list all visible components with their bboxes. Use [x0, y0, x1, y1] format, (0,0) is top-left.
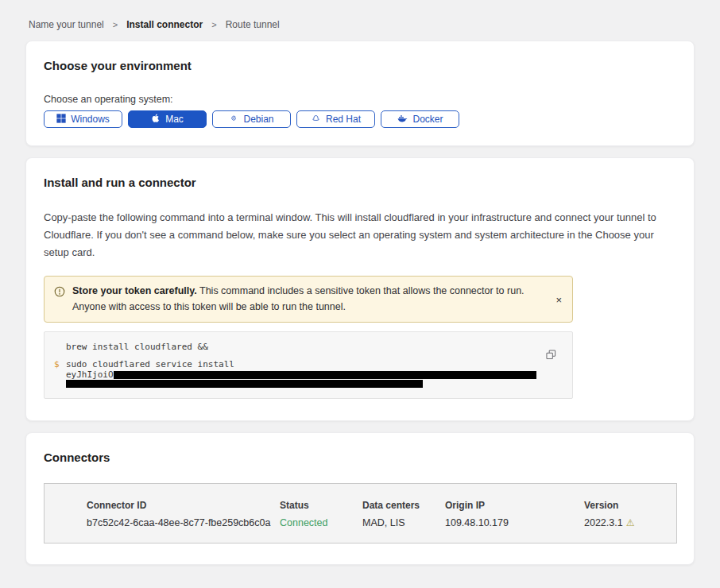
install-connector-card: Install and run a connector Copy-paste t… [25, 157, 695, 421]
os-button-mac[interactable]: Mac [128, 110, 207, 128]
card-title: Connectors [44, 451, 676, 464]
connectors-card: Connectors Connector ID Status Data cent… [25, 432, 695, 565]
col-header-data-centers: Data centers [362, 500, 445, 511]
card-title: Choose your environment [44, 59, 676, 72]
os-select-label: Choose an operating system: [44, 94, 676, 105]
version-warning-icon[interactable]: ⚠ [626, 517, 635, 528]
token-warning-banner: Store your token carefully. This command… [44, 276, 573, 323]
command-line-2: $sudo cloudflared service install [45, 359, 540, 370]
os-button-label: Docker [412, 114, 443, 125]
command-text: brew install cloudflared && [66, 342, 208, 352]
os-button-label: Red Hat [326, 114, 361, 125]
col-header-connector-id: Connector ID [87, 500, 280, 511]
token-line-2 [45, 379, 540, 388]
breadcrumb-install-connector[interactable]: Install connector [126, 19, 203, 30]
docker-icon [397, 114, 408, 126]
data-centers-value: MAD, LIS [362, 517, 445, 528]
install-description: Copy-paste the following command into a … [44, 209, 676, 261]
col-header-status: Status [280, 500, 362, 511]
os-button-label: Windows [71, 114, 110, 125]
warning-text-bold: Store your token carefully. [72, 285, 197, 296]
connector-id-value: b7c52c42-6caa-48ee-8c77-fbe259cb6c0a [87, 517, 280, 528]
os-button-group: Windows Mac Debian [44, 110, 676, 128]
command-line-1: brew install cloudflared && [45, 342, 540, 353]
version-value: 2022.3.1⚠ [584, 517, 668, 528]
os-button-docker[interactable]: Docker [381, 110, 459, 128]
close-icon[interactable]: × [555, 293, 562, 305]
apple-icon [151, 113, 161, 126]
breadcrumb: Name your tunnel > Install connector > R… [25, 0, 695, 41]
os-button-label: Debian [243, 114, 273, 125]
version-number: 2022.3.1 [584, 517, 623, 528]
os-button-debian[interactable]: Debian [212, 110, 291, 128]
breadcrumb-separator: > [211, 20, 216, 29]
redaction-bar [66, 380, 423, 388]
col-header-version: Version [584, 500, 668, 511]
redaction-bar [114, 371, 536, 379]
copy-icon[interactable] [546, 350, 556, 362]
windows-icon [56, 114, 66, 126]
col-header-origin-ip: Origin IP [445, 500, 584, 511]
os-button-windows[interactable]: Windows [44, 110, 122, 128]
breadcrumb-route-tunnel[interactable]: Route tunnel [226, 19, 280, 30]
alert-circle-icon [54, 286, 65, 300]
terminal-command-block: brew install cloudflared && $sudo cloudf… [44, 331, 573, 399]
terminal-prompt: $ [45, 359, 66, 370]
status-badge: Connected [280, 517, 362, 528]
command-text: sudo cloudflared service install [66, 359, 234, 369]
token-line: eyJhIjoiO [45, 370, 540, 379]
redhat-icon [311, 114, 321, 126]
breadcrumb-name-your-tunnel[interactable]: Name your tunnel [29, 19, 104, 30]
warning-text: Store your token carefully. This command… [72, 284, 532, 315]
debian-icon [229, 114, 238, 126]
connectors-table: Connector ID Status Data centers Origin … [44, 483, 677, 544]
card-title: Install and run a connector [44, 176, 676, 189]
choose-environment-card: Choose your environment Choose an operat… [25, 41, 695, 146]
os-button-label: Mac [165, 114, 184, 125]
origin-ip-value: 109.48.10.179 [445, 517, 584, 528]
breadcrumb-separator: > [113, 20, 118, 29]
os-button-redhat[interactable]: Red Hat [296, 110, 375, 128]
page: Name your tunnel > Install connector > R… [0, 0, 720, 588]
